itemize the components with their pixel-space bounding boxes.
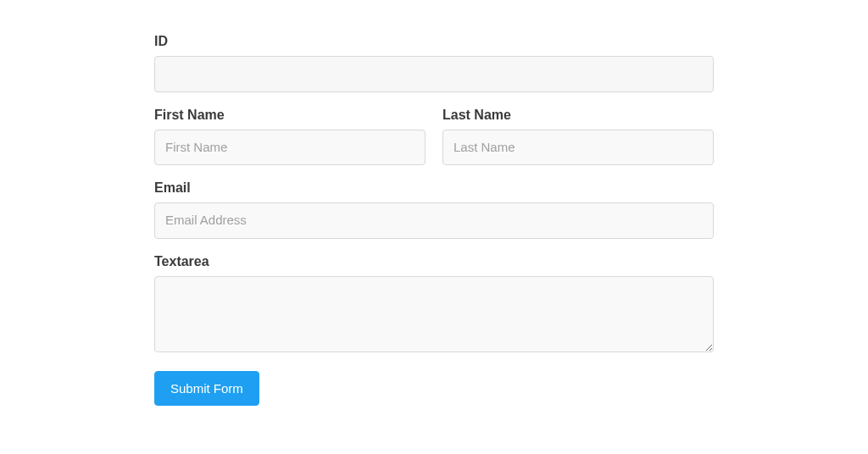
name-row: First Name Last Name	[154, 108, 714, 181]
user-form: ID First Name Last Name Email Textarea S…	[154, 34, 714, 406]
email-group: Email	[154, 180, 714, 239]
last-name-input[interactable]	[442, 130, 714, 166]
id-group: ID	[154, 34, 714, 92]
id-label: ID	[154, 34, 714, 49]
email-input[interactable]	[154, 202, 714, 239]
textarea-group: Textarea	[154, 254, 714, 356]
id-input[interactable]	[154, 56, 714, 92]
last-name-label: Last Name	[442, 108, 714, 123]
submit-button[interactable]: Submit Form	[154, 371, 259, 406]
textarea-input[interactable]	[154, 276, 714, 352]
form-container: ID First Name Last Name Email Textarea S…	[146, 34, 722, 406]
last-name-group: Last Name	[442, 108, 714, 166]
email-label: Email	[154, 180, 714, 196]
first-name-input[interactable]	[154, 130, 426, 166]
textarea-label: Textarea	[154, 254, 714, 269]
first-name-label: First Name	[154, 108, 426, 123]
first-name-group: First Name	[154, 108, 426, 166]
